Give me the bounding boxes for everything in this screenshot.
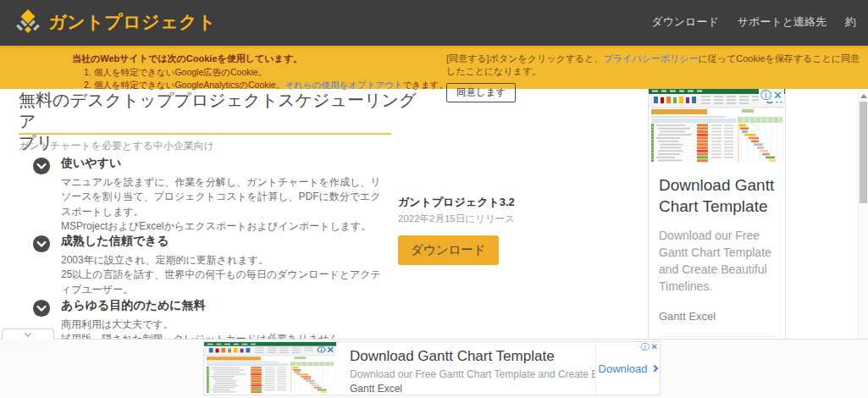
ganttproject-logo-icon <box>15 8 41 36</box>
tagline: ガントチャートを必要とする中小企業向け <box>19 139 214 153</box>
logo-link[interactable]: ガントプロジェクト <box>15 8 216 36</box>
feature-title: 成熟した信頼できる <box>61 234 390 249</box>
feature-easy-to-use: 使いやすい マニュアルを読まずに、作業を分解し、ガントチャートを作成し、リソース… <box>32 156 392 235</box>
ad-collapse-tab[interactable] <box>2 329 54 340</box>
release-date: 2022年2月15日にリリース <box>398 213 515 225</box>
ad-body: Download our Free Gantt Chart Template a… <box>350 368 587 380</box>
top-nav-bar: ガントプロジェクト ダウンロード サポートと連絡先 約 <box>0 0 868 48</box>
chevron-down-circle-icon <box>32 157 51 175</box>
ad-headline[interactable]: Download Gantt Chart Template <box>350 348 587 365</box>
download-button[interactable]: ダウンロード <box>398 235 499 265</box>
consent-text: [同意する]ボタンをクリックすると、プライバシーポリシーに従ってCookieを保… <box>446 53 868 78</box>
ad-advertiser: Gantt Excel <box>659 310 775 323</box>
cookie-info-block: 当社のWebサイトでは次のCookieを使用しています。 1. 個人を特定できな… <box>72 53 448 91</box>
bottom-ad[interactable]: Download Gantt Chart Template Download o… <box>203 341 661 395</box>
title-underline <box>19 133 391 135</box>
cookie-item-1: 1. 個人を特定できないGoogle広告のCookie。 <box>84 67 448 79</box>
nav-about-link[interactable]: 約 <box>845 14 856 30</box>
feature-title: 使いやすい <box>61 156 390 171</box>
download-box: ガントプロジェクト3.2 2022年2月15日にリリース ダウンロード <box>398 195 515 265</box>
version-title: ガントプロジェクト3.2 <box>398 195 515 210</box>
brand-title: ガントプロジェクト <box>48 10 216 34</box>
feature-text: マニュアルを読まずに、作業を分解し、ガントチャートを作成し、リソースを割り当て、… <box>61 175 390 235</box>
chevron-down-circle-icon <box>32 299 51 318</box>
chevron-right-icon <box>651 365 658 372</box>
ad-close-icon[interactable]: ✕ <box>651 343 658 351</box>
opt-out-link[interactable]: それらの使用をオプトアウト <box>285 80 402 90</box>
adchoices-icon[interactable]: ⓘ <box>641 343 650 351</box>
ad-body: Download our Free Gantt Chart Template a… <box>659 228 775 296</box>
feature-title: あらゆる目的のために無料 <box>61 298 390 313</box>
feature-text: 2003年に設立され、定期的に更新されます。 25以上の言語を話す、世界中の何千… <box>61 253 390 297</box>
cookie-consent-block: [同意する]ボタンをクリックすると、プライバシーポリシーに従ってCookieを保… <box>446 53 868 102</box>
ad-advertiser: Gantt Excel <box>350 383 587 395</box>
ad-headline[interactable]: Download Gantt Chart Template <box>659 174 775 217</box>
side-ad[interactable]: ⓘ ✕ Download Gantt Chart Template Downlo… <box>648 87 786 343</box>
excel-gantt-screenshot <box>204 342 336 395</box>
scrollbar-thumb[interactable] <box>860 102 867 203</box>
chevron-down-icon <box>25 329 31 336</box>
cookie-intro-text: 当社のWebサイトでは次のCookieを使用しています。 <box>72 53 448 65</box>
chevron-down-circle-icon <box>32 235 51 253</box>
nav-download-link[interactable]: ダウンロード <box>651 14 719 30</box>
feature-mature-reliable: 成熟した信頼できる 2003年に設立され、定期的に更新されます。 25以上の言語… <box>32 234 392 297</box>
agree-button[interactable]: 同意します <box>446 83 516 102</box>
privacy-policy-link[interactable]: プライバシーポリシー <box>603 53 698 64</box>
top-nav-links: ダウンロード サポートと連絡先 約 <box>651 14 856 30</box>
nav-support-link[interactable]: サポートと連絡先 <box>738 14 827 30</box>
ad-controls: ⓘ ✕ <box>639 342 660 352</box>
ganttproject-page: ガントプロジェクト ダウンロード サポートと連絡先 約 当社のWebサイトでは次… <box>0 0 868 398</box>
cookie-consent-banner: 当社のWebサイトでは次のCookieを使用しています。 1. 個人を特定できな… <box>0 48 868 89</box>
cookie-item-2: 2. 個人を特定できないGoogleAnalyticsのCookie。それらの使… <box>84 80 448 91</box>
